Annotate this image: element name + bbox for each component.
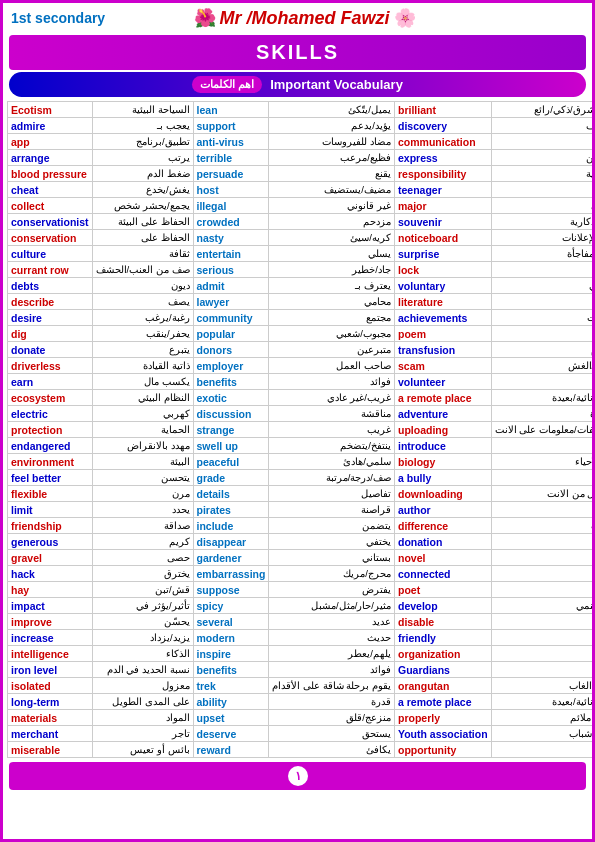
word-ar2: مزدحم (269, 214, 395, 230)
word-ar1: يكسب مال (92, 374, 193, 390)
word-ar3: انسان الغاب (491, 678, 595, 694)
word-en2: spicy (193, 598, 269, 614)
vocab-banner: اهم الكلمات Important Vocabulary (9, 72, 586, 97)
word-en2: discussion (193, 406, 269, 422)
word-ar2: فوائد (269, 662, 395, 678)
word-en1: donate (8, 342, 93, 358)
word-en3: poem (394, 326, 491, 342)
word-ar3: مسئولية (491, 166, 595, 182)
word-en3: orangutan (394, 678, 491, 694)
table-row: app تطبيق/برنامج anti-virus مضاد للفيروس… (8, 134, 596, 150)
word-en3: a remote place (394, 694, 491, 710)
word-ar3: اتصال (491, 134, 595, 150)
word-ar3: جمعية شباب (491, 726, 595, 742)
word-ar1: يرتب (92, 150, 193, 166)
word-ar3: مغامرة (491, 406, 595, 422)
word-en2: benefits (193, 374, 269, 390)
word-ar2: يؤيد/يدعم (269, 118, 395, 134)
word-en3: voluntary (394, 278, 491, 294)
table-row: blood pressure ضغط الدم persuade يقنع re… (8, 166, 596, 182)
word-ar2: غير قانوني (269, 198, 395, 214)
word-ar1: نسبة الحديد في الدم (92, 662, 193, 678)
table-row: donate يتبرع donors متبرعين transfusion … (8, 342, 596, 358)
word-ar2: فظيع/مرعب (269, 150, 395, 166)
word-en3: brilliant (394, 102, 491, 118)
table-row: protection الحماية strange غريب uploadin… (8, 422, 596, 438)
word-en1: Ecotism (8, 102, 93, 118)
table-row: increase يزيد/يزداد modern حديث friendly… (8, 630, 596, 646)
table-row: flexible مرن details تفاصيل downloading … (8, 486, 596, 502)
word-ar1: يحدد (92, 502, 193, 518)
word-ar3: مؤلف (491, 502, 595, 518)
word-ar2: غريب/غير عادي (269, 390, 395, 406)
word-ar3: يطور/ينمي (491, 598, 595, 614)
word-ar1: الحماية (92, 422, 193, 438)
word-en2: employer (193, 358, 269, 374)
table-row: driverless ذاتية القيادة employer صاحب ا… (8, 358, 596, 374)
word-en2: crowded (193, 214, 269, 230)
word-ar2: يستحق (269, 726, 395, 742)
word-en1: improve (8, 614, 93, 630)
word-en3: develop (394, 598, 491, 614)
word-en2: popular (193, 326, 269, 342)
table-row: friendship صداقة include يتضمن differenc… (8, 518, 596, 534)
word-en1: debts (8, 278, 93, 294)
word-en2: gardener (193, 550, 269, 566)
word-en3: volunteer (394, 374, 491, 390)
word-en1: describe (8, 294, 93, 310)
table-row: arrange يرتب terrible فظيع/مرعب express … (8, 150, 596, 166)
word-en2: lawyer (193, 294, 269, 310)
word-ar1: يصف (92, 294, 193, 310)
word-ar1: يخترق (92, 566, 193, 582)
table-row: electric كهربي discussion مناقشة adventu… (8, 406, 596, 422)
word-en1: driverless (8, 358, 93, 374)
word-ar1: يتحسن (92, 470, 193, 486)
word-ar3: يعبر عن (491, 150, 595, 166)
word-en1: app (8, 134, 93, 150)
word-en1: iron level (8, 662, 93, 678)
word-en1: arrange (8, 150, 93, 166)
word-en3: introduce (394, 438, 491, 454)
word-ar1: تاجر (92, 726, 193, 742)
vocabulary-table: Ecotism السياحة البيئية lean يميل/يتّكئ … (7, 101, 595, 758)
word-en1: miserable (8, 742, 93, 758)
word-en2: strange (193, 422, 269, 438)
word-en2: nasty (193, 230, 269, 246)
word-en1: limit (8, 502, 93, 518)
table-row: ecosystem النظام البيئي exotic غريب/غير … (8, 390, 596, 406)
word-ar2: مضاد للفيروسات (269, 134, 395, 150)
word-en1: hack (8, 566, 93, 582)
word-en3: express (394, 150, 491, 166)
word-en1: currant row (8, 262, 93, 278)
word-ar1: كهربي (92, 406, 193, 422)
word-ar3: متصل (491, 566, 595, 582)
word-en2: inspire (193, 646, 269, 662)
word-ar3: نقل دم (491, 342, 595, 358)
word-en3: a remote place (394, 390, 491, 406)
word-en2: terrible (193, 150, 269, 166)
table-row: admire يعجب بـ support يؤيد/يدعم discove… (8, 118, 596, 134)
word-ar2: عديد (269, 614, 395, 630)
center-title: Mr /Mohamed Fawzi (220, 8, 390, 29)
word-en2: community (193, 310, 269, 326)
word-en1: conservation (8, 230, 93, 246)
word-ar3: اختلاف (491, 518, 595, 534)
table-row: merchant تاجر deserve يستحق Youth associ… (8, 726, 596, 742)
header-top: 1st secondary 🌺 Mr /Mohamed Fawzi 🌸 (3, 3, 592, 33)
word-ar2: يسلي (269, 246, 395, 262)
word-en2: benefits (193, 662, 269, 678)
word-en1: environment (8, 454, 93, 470)
word-ar3: مراهق (491, 182, 595, 198)
table-row: environment البيئة peaceful سلمي/هادئ bi… (8, 454, 596, 470)
word-ar1: صف من العنب/الحشف (92, 262, 193, 278)
word-en1: protection (8, 422, 93, 438)
word-en1: endangered (8, 438, 93, 454)
word-ar1: يتبرع (92, 342, 193, 358)
word-ar3: يقدم (491, 438, 595, 454)
word-ar1: معزول (92, 678, 193, 694)
word-en2: ability (193, 694, 269, 710)
word-ar2: يميل/يتّكئ (269, 102, 395, 118)
word-en1: long-term (8, 694, 93, 710)
word-en1: blood pressure (8, 166, 93, 182)
table-row: desire رغبة/يرغب community مجتمع achieve… (8, 310, 596, 326)
